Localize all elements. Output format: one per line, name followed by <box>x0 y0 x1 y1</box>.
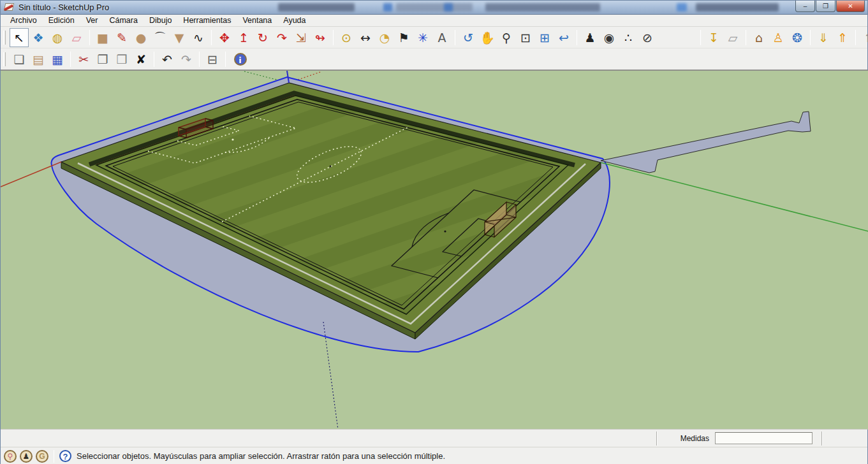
position-camera-icon: ♟ <box>584 32 595 44</box>
paste-button[interactable]: ❒ <box>112 50 131 69</box>
make-component-button[interactable]: ❖ <box>29 28 48 47</box>
model-info-button[interactable]: i <box>229 50 248 69</box>
cut-button[interactable]: ✂ <box>74 50 93 69</box>
walk-tool-button[interactable]: ∴ <box>619 28 638 47</box>
toggle-terrain-button[interactable]: ▱ <box>723 28 742 47</box>
section-plane-button[interactable]: ⊘ <box>638 28 657 47</box>
circle-icon: ● <box>136 32 147 44</box>
menu-item-cámara[interactable]: Cámara <box>103 15 143 25</box>
scale-icon: ⇲ <box>296 32 306 44</box>
3d-text-button[interactable]: A <box>432 28 452 47</box>
upload-model-icon: ⇑ <box>837 32 848 44</box>
geolocation-status-icon[interactable]: ⚲ <box>4 450 17 463</box>
toolbar-separator <box>577 30 577 45</box>
minimize-button[interactable]: – <box>795 1 815 12</box>
help-icon[interactable]: ? <box>59 450 71 462</box>
freehand-scribble-icon: ∿ <box>193 32 203 44</box>
eraser-button[interactable]: ▱ <box>67 28 86 47</box>
toolbar-separator <box>810 30 811 45</box>
add-new-building-button[interactable]: ♙ <box>769 28 788 47</box>
new-document-icon: ❏ <box>13 54 24 66</box>
move-tool-button[interactable]: ✥ <box>215 28 234 47</box>
circle-tool-button[interactable]: ● <box>131 28 151 47</box>
save-button[interactable]: ▦ <box>48 50 67 69</box>
share-component-icon: ⇧ <box>864 32 868 44</box>
toolbar-separator <box>154 52 154 67</box>
undo-button[interactable]: ↶ <box>158 50 177 69</box>
google-status-icon[interactable]: G <box>36 450 48 463</box>
sketchup-logo-icon <box>4 2 15 13</box>
menu-item-dibujo[interactable]: Dibujo <box>143 15 177 25</box>
title-bar[interactable]: Sin título - SketchUp Pro –❐✕ <box>1 1 867 15</box>
toolbar-grip[interactable] <box>3 52 6 66</box>
menu-item-ayuda[interactable]: Ayuda <box>277 15 311 25</box>
zoom-previous-button[interactable]: ↩ <box>554 28 573 47</box>
scale-tool-button[interactable]: ⇲ <box>291 28 311 47</box>
rectangle-tool-button[interactable]: ■ <box>93 28 112 47</box>
background-window-ghost <box>278 3 355 11</box>
3d-text-icon: A <box>438 32 446 44</box>
print-button[interactable]: ⊟ <box>203 50 222 69</box>
text-tool-button[interactable]: ⚑ <box>394 28 413 47</box>
background-window-ghost <box>396 3 473 11</box>
polygon-icon: ▼ <box>175 32 184 44</box>
select-tool-button[interactable]: ↖ <box>10 28 29 47</box>
measurements-input[interactable] <box>715 432 813 444</box>
share-component-button[interactable]: ⇧ <box>859 28 868 47</box>
zoom-tool-button[interactable]: ⚲ <box>497 28 516 47</box>
polygon-tool-button[interactable]: ▼ <box>170 28 189 47</box>
menu-item-archivo[interactable]: Archivo <box>4 15 43 25</box>
menu-item-edición[interactable]: Edición <box>43 15 80 25</box>
magnifier-icon: ⚲ <box>502 32 511 44</box>
toolbar-separator <box>333 30 334 45</box>
zoom-extents-button[interactable]: ⊞ <box>535 28 554 47</box>
paint-bucket-icon: ◍ <box>52 32 63 44</box>
push-pull-tool-button[interactable]: ↥ <box>234 28 253 47</box>
orbit-tool-button[interactable]: ↺ <box>459 28 478 47</box>
share-model-button[interactable]: ⇑ <box>833 28 852 47</box>
rectangle-icon: ■ <box>97 32 108 44</box>
toolbar-separator <box>211 30 212 45</box>
center-spot <box>330 166 332 168</box>
model-viewport[interactable] <box>1 70 868 429</box>
close-button[interactable]: ✕ <box>836 1 865 12</box>
pencil-icon: ✎ <box>117 32 127 44</box>
info-circle-icon: i <box>234 53 247 66</box>
open-button[interactable]: ▤ <box>29 50 48 69</box>
line-tool-button[interactable]: ✎ <box>112 28 131 47</box>
tape-measure-button[interactable]: ⊙ <box>337 28 356 47</box>
freehand-tool-button[interactable]: ∿ <box>189 28 208 47</box>
position-camera-button[interactable]: ♟ <box>580 28 600 47</box>
get-models-button[interactable]: ⇓ <box>814 28 833 47</box>
delete-button[interactable]: ✘ <box>131 50 151 69</box>
photo-textures-button[interactable]: ⌂ <box>749 28 769 47</box>
google-earth-button[interactable]: ❂ <box>788 28 807 47</box>
get-current-view-button[interactable]: ↧ <box>704 28 723 47</box>
copy-button[interactable]: ❐ <box>93 50 112 69</box>
standard-toolbar: ❏▤▦✂❐❒✘↶↷⊟i <box>1 49 248 69</box>
pan-hand-icon: ✋ <box>480 32 495 44</box>
dimensions-button[interactable]: ↔ <box>356 28 375 47</box>
restore-button[interactable]: ❐ <box>816 1 835 12</box>
zoom-window-button[interactable]: ⊡ <box>516 28 535 47</box>
footprints-icon: ∴ <box>624 32 632 44</box>
protractor-button[interactable]: ◔ <box>375 28 394 47</box>
offset-tool-button[interactable]: ↬ <box>311 28 330 47</box>
text-flag-icon: ⚑ <box>398 32 409 44</box>
credit-attribution-status-icon[interactable]: ♟ <box>20 450 33 463</box>
pan-tool-button[interactable]: ✋ <box>478 28 497 47</box>
arc-tool-button[interactable]: ⌒ <box>151 28 170 47</box>
section-plane-icon: ⊘ <box>642 32 652 44</box>
paint-bucket-button[interactable]: ◍ <box>48 28 67 47</box>
menu-item-herramientas[interactable]: Herramientas <box>177 15 237 25</box>
look-around-button[interactable]: ◉ <box>600 28 619 47</box>
status-message: Seleccionar objetos. Mayúsculas para amp… <box>77 451 445 461</box>
menu-item-ventana[interactable]: Ventana <box>237 15 277 25</box>
rotate-tool-button[interactable]: ↻ <box>253 28 272 47</box>
toolbar-grip[interactable] <box>3 31 6 45</box>
redo-button[interactable]: ↷ <box>177 50 196 69</box>
follow-me-tool-button[interactable]: ↷ <box>272 28 291 47</box>
menu-item-ver[interactable]: Ver <box>80 15 104 25</box>
new-button[interactable]: ❏ <box>10 50 29 69</box>
axes-tool-button[interactable]: ✳ <box>413 28 432 47</box>
